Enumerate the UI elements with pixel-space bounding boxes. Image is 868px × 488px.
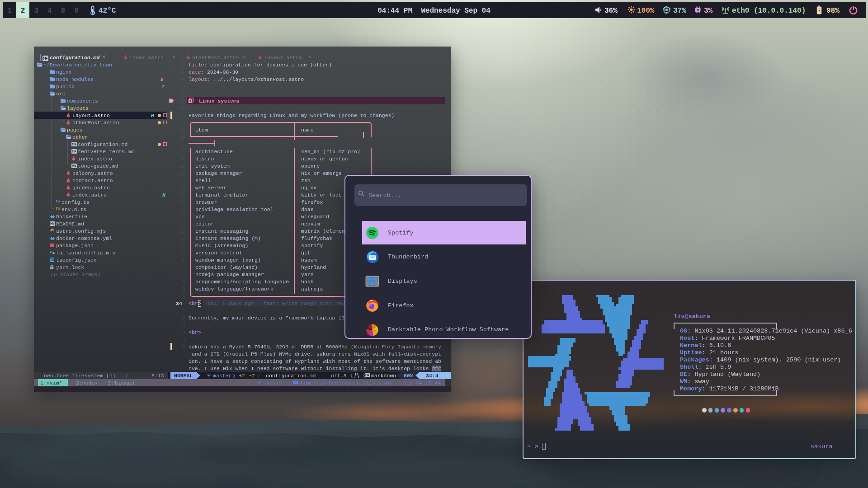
svg-text:M: M bbox=[697, 9, 699, 11]
svg-text:1: 1 bbox=[189, 99, 192, 103]
